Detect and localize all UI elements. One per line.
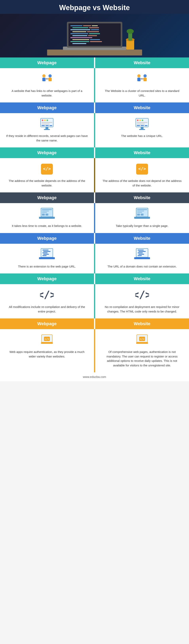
header-right-4: Website [95,233,189,244]
svg-rect-78 [134,217,150,219]
svg-rect-28 [42,78,45,81]
content-left-2: </> The address of the website depends o… [0,158,94,192]
header-left-4: Webpage [0,233,94,244]
content-right-1: The website has a Unique URL. [95,113,189,148]
svg-rect-46 [45,125,49,126]
svg-rect-44 [41,124,49,124]
text-right-1: The website has a Unique URL. [121,134,163,138]
text-left-5: All modifications include re-compilation… [6,305,88,314]
svg-rect-43 [41,122,52,123]
svg-point-52 [139,120,141,121]
content-left-0: A website that has links to other webpag… [0,68,94,102]
text-right-4: The URL of a domain does not contain an … [107,264,177,269]
svg-rect-85 [39,257,55,259]
section-header-0: Webpage Website [0,58,189,68]
svg-rect-92 [134,257,150,259]
svg-rect-77 [141,214,144,216]
svg-rect-14 [89,33,100,34]
svg-text:</>: </> [140,338,145,340]
svg-rect-59 [141,127,144,129]
icon-left-0 [39,72,55,86]
svg-rect-87 [138,250,144,250]
svg-rect-89 [138,252,143,253]
icon-left-2: </> [39,162,55,176]
section-header-3: Webpage Website [0,192,189,203]
header-right-5: Website [95,274,189,284]
svg-point-30 [46,78,48,80]
svg-point-26 [127,29,134,34]
svg-rect-67 [42,211,49,212]
section-header-2: Webpage Website [0,148,189,158]
sections-container: Webpage Website A website that has links… [0,58,189,372]
header-left-0: Webpage [0,58,94,68]
header-right-2: Website [95,148,189,158]
section-content-6: </> Web apps require authentication, as … [0,329,189,372]
svg-point-33 [137,74,141,78]
svg-rect-3 [68,24,121,46]
svg-point-31 [48,74,52,78]
icon-right-1 [134,117,150,131]
content-right-3: Take typically longer than a single page… [95,203,189,233]
header-right-1: Website [95,102,189,113]
content-left-4: There is an extension to the web page UR… [0,244,94,274]
svg-point-53 [142,120,143,121]
header-right-0: Website [95,58,189,68]
icon-right-2: </> [134,162,150,176]
svg-rect-9 [70,29,90,30]
svg-rect-75 [137,212,142,213]
svg-rect-60 [139,129,145,130]
svg-point-27 [42,74,45,78]
svg-rect-100 [136,342,148,344]
svg-rect-74 [137,211,144,212]
section-content-0: A website that has links to other webpag… [0,68,189,102]
section-content-5: </> All modifications include re-compila… [0,284,189,318]
svg-rect-18 [72,39,89,40]
svg-rect-82 [42,252,47,253]
section-header-5: Webpage Website [0,274,189,284]
svg-rect-32 [48,78,52,81]
svg-rect-5 [83,25,91,26]
header-left-1: Webpage [0,102,94,113]
svg-rect-90 [139,254,144,255]
icon-right-0 [134,72,150,86]
svg-rect-12 [87,31,99,32]
svg-text:</>: </> [138,166,146,171]
text-right-0: The Website is a cluster of connected si… [101,89,183,98]
svg-rect-7 [72,27,88,28]
content-right-5: </> No re-compilation and deployment are… [95,284,189,318]
svg-rect-8 [89,27,99,28]
svg-point-37 [144,74,147,78]
svg-rect-57 [141,125,144,126]
header-left-5: Webpage [0,274,94,284]
content-left-1: If they reside in different records, sev… [0,113,94,148]
svg-rect-54 [137,122,148,123]
header-left-2: Webpage [0,148,94,158]
svg-text:</>: </> [43,166,51,171]
svg-rect-49 [44,129,50,130]
section-content-2: </> The address of the website depends o… [0,158,189,192]
svg-rect-11 [72,31,86,32]
svg-text:</>: </> [135,289,149,300]
content-right-0: The Website is a cluster of connected si… [95,68,189,102]
content-left-6: </> Web apps require authentication, as … [0,329,94,372]
svg-rect-91 [138,255,142,256]
text-left-0: A website that has links to other webpag… [6,89,88,98]
svg-point-42 [46,120,48,121]
text-right-3: Take typically longer than a single page… [116,224,169,228]
svg-rect-10 [91,29,99,30]
svg-rect-55 [137,124,145,124]
svg-text:</>: </> [40,289,54,300]
svg-rect-20 [70,41,89,42]
section-header-1: Webpage Website [0,102,189,113]
svg-rect-48 [45,127,48,129]
hero-image [0,14,189,58]
svg-rect-70 [45,214,48,216]
title-section: Webpage vs Website [0,0,189,14]
section-content-4: There is an extension to the web page UR… [0,244,189,274]
icon-left-4 [39,248,55,262]
svg-rect-6 [92,25,98,26]
page-title: Webpage vs Website [2,4,187,12]
svg-rect-34 [137,78,141,81]
header-right-6: Website [95,318,189,329]
svg-rect-4 [70,25,82,26]
